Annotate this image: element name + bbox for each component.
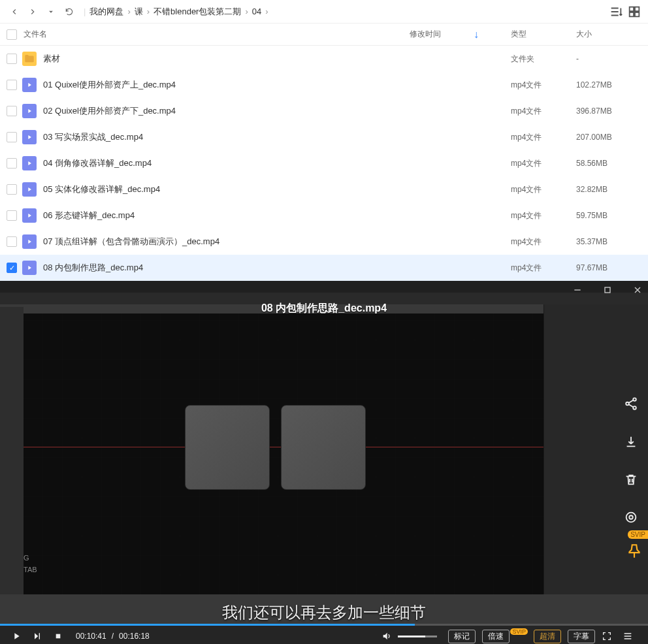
file-size: 102.27MB [576, 80, 641, 89]
svg-rect-10 [56, 634, 61, 639]
fullscreen-button[interactable] [598, 628, 615, 644]
file-row[interactable]: 01 Quixel使用外部资产上_dec.mp4mp4文件102.27MB [0, 72, 648, 98]
close-button[interactable] [632, 285, 643, 297]
file-type: 文件夹 [511, 54, 576, 65]
breadcrumb-item[interactable]: 课 [135, 6, 143, 18]
file-type: mp4文件 [511, 80, 576, 91]
svip-badge: SVIP [628, 530, 648, 539]
video-player[interactable]: G TAB 08 内包制作思路_dec.mp4 SVIP 我们还可以再去多加一些… [0, 281, 648, 644]
svg-point-9 [629, 515, 633, 519]
column-header-name[interactable]: 文件名 [21, 29, 410, 40]
file-type: mp4文件 [511, 210, 576, 221]
file-name: 08 内包制作思路_dec.mp4 [43, 262, 410, 274]
column-header-row: 文件名 修改时间↓ 类型 大小 [0, 24, 648, 46]
pin-button[interactable] [626, 543, 643, 562]
forward-button[interactable] [25, 4, 40, 20]
select-all-checkbox[interactable] [7, 29, 17, 40]
file-name: 07 顶点组详解（包含骨骼动画演示）_dec.mp4 [43, 236, 410, 248]
video-controls: 00:10:41 / 00:16:18 标记 倍速SVIP 超清 字幕 [0, 626, 648, 644]
file-row[interactable]: 06 形态键详解_dec.mp4mp4文件59.75MB [0, 202, 648, 229]
file-type: mp4文件 [511, 263, 576, 274]
file-type: mp4文件 [511, 236, 576, 248]
video-icon [22, 156, 37, 170]
file-size: 396.87MB [576, 106, 641, 116]
next-button[interactable] [29, 628, 46, 644]
row-checkbox[interactable] [7, 210, 17, 221]
sort-desc-icon: ↓ [474, 29, 479, 40]
video-icon [22, 78, 37, 92]
file-list: 素材文件夹-01 Quixel使用外部资产上_dec.mp4mp4文件102.2… [0, 46, 648, 281]
time-total: 00:16:18 [119, 632, 150, 641]
row-checkbox[interactable] [7, 184, 17, 195]
maximize-button[interactable] [602, 285, 613, 297]
file-row[interactable]: ✓08 内包制作思路_dec.mp4mp4文件97.67MB [0, 255, 648, 281]
column-header-mtime[interactable]: 修改时间↓ [410, 29, 511, 40]
row-checkbox[interactable] [7, 106, 17, 116]
file-row[interactable]: 素材文件夹- [0, 46, 648, 72]
mark-button[interactable]: 标记 [448, 630, 476, 643]
file-name: 05 实体化修改器详解_dec.mp4 [43, 184, 410, 195]
playlist-button[interactable] [619, 628, 636, 644]
chevron-right-icon: › [245, 7, 248, 16]
chevron-right-icon: › [127, 7, 130, 16]
stop-button[interactable] [50, 628, 67, 644]
breadcrumb-root[interactable]: 我的网盘 [89, 6, 123, 18]
file-name: 03 写实场景实战_dec.mp4 [43, 131, 410, 143]
row-checkbox[interactable] [7, 236, 17, 247]
play-button[interactable] [8, 628, 25, 644]
file-size: 32.82MB [576, 185, 641, 194]
row-checkbox[interactable] [7, 158, 17, 169]
file-size: 58.56MB [576, 159, 641, 168]
download-button[interactable] [619, 430, 643, 453]
breadcrumb-item[interactable]: 不错blender包装第二期 [154, 6, 241, 18]
file-row[interactable]: 04 倒角修改器详解_dec.mp4mp4文件58.56MB [0, 150, 648, 176]
video-subtitle: 我们还可以再去多加一些细节 [0, 602, 648, 623]
overlay-key-tab: TAB [24, 566, 37, 573]
file-name: 02 Quixel使用外部资产下_dec.mp4 [43, 105, 410, 117]
row-checkbox[interactable] [7, 132, 17, 142]
quality-button[interactable]: 超清 [534, 630, 561, 643]
settings-button[interactable] [619, 506, 643, 529]
row-checkbox[interactable] [7, 54, 17, 64]
sort-button[interactable] [609, 5, 623, 19]
volume-slider[interactable] [398, 636, 437, 637]
svg-rect-3 [635, 12, 639, 16]
svip-small-badge: SVIP [510, 628, 528, 635]
video-icon [22, 234, 37, 249]
video-icon [22, 182, 37, 197]
grid-view-button[interactable] [627, 5, 641, 19]
column-header-type[interactable]: 类型 [511, 29, 576, 40]
svg-rect-2 [630, 12, 634, 16]
row-checkbox[interactable] [7, 80, 17, 90]
svg-rect-1 [635, 7, 639, 10]
caption-button[interactable]: 字幕 [568, 630, 595, 643]
window-controls [572, 285, 643, 297]
breadcrumb-item[interactable]: 04 [252, 7, 261, 16]
speed-button[interactable]: 倍速 [482, 630, 510, 643]
column-header-size[interactable]: 大小 [576, 29, 641, 40]
share-button[interactable] [619, 392, 643, 415]
file-name: 素材 [43, 53, 410, 65]
minimize-button[interactable] [572, 285, 583, 297]
file-type: mp4文件 [511, 158, 576, 169]
chevron-right-icon: › [265, 7, 268, 16]
row-checkbox[interactable]: ✓ [7, 263, 17, 273]
file-row[interactable]: 02 Quixel使用外部资产下_dec.mp4mp4文件396.87MB [0, 98, 648, 124]
refresh-button[interactable] [61, 4, 77, 20]
delete-button[interactable] [619, 468, 643, 491]
file-type: mp4文件 [511, 184, 576, 195]
volume-button[interactable] [378, 628, 395, 644]
file-name: 01 Quixel使用外部资产上_dec.mp4 [43, 79, 410, 91]
toolbar-separator: | [84, 7, 86, 16]
dropdown-button[interactable] [43, 4, 59, 20]
file-size: 59.75MB [576, 211, 641, 220]
chevron-right-icon: › [147, 7, 150, 16]
file-row[interactable]: 07 顶点组详解（包含骨骼动画演示）_dec.mp4mp4文件35.37MB [0, 229, 648, 255]
svg-point-8 [626, 513, 636, 523]
video-frame: G TAB [0, 281, 648, 644]
breadcrumb: 我的网盘 › 课 › 不错blender包装第二期 › 04 › [89, 6, 272, 18]
file-row[interactable]: 05 实体化修改器详解_dec.mp4mp4文件32.82MB [0, 176, 648, 202]
video-icon [22, 261, 37, 275]
back-button[interactable] [7, 4, 22, 20]
file-row[interactable]: 03 写实场景实战_dec.mp4mp4文件207.00MB [0, 124, 648, 150]
